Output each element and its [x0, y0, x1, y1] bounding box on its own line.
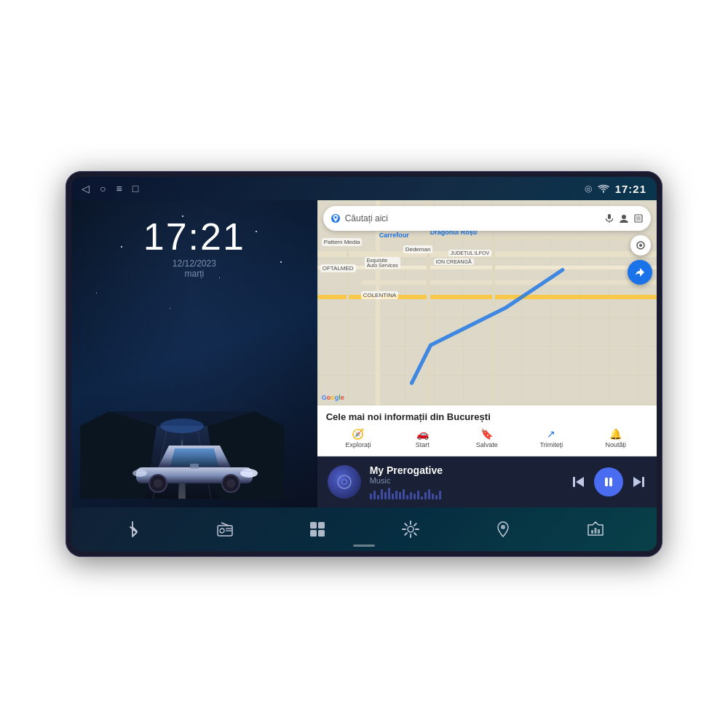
clock-time: 17:21 [80, 218, 309, 256]
music-prev-button[interactable] [571, 474, 587, 490]
layers-icon[interactable] [633, 213, 644, 223]
svg-rect-49 [595, 528, 597, 534]
svg-point-20 [639, 244, 642, 247]
svg-rect-33 [605, 478, 608, 486]
music-player: My Prerogative Music [317, 456, 657, 507]
svg-rect-50 [598, 529, 600, 534]
explorați-icon: 🧭 [352, 428, 364, 440]
map-label-exquisite: ExquisiteAuto Services [365, 257, 400, 269]
map-label-oftalmed: OFTALMED [320, 264, 356, 272]
start-icon: 🚗 [416, 428, 429, 440]
map-label-dedeman: Dedeman [403, 245, 433, 253]
left-panel: 17:21 12/12/2023 marți [71, 200, 317, 507]
clock-date: 12/12/2023 [80, 258, 309, 269]
svg-rect-34 [609, 478, 612, 486]
map-search-bar[interactable]: Căutați aici [323, 206, 651, 231]
device-frame: ◁ ○ ≡ □ ◎ 17:21 [66, 171, 662, 557]
salvate-label: Salvate [476, 441, 498, 448]
nav-item-settings[interactable] [401, 520, 420, 539]
media-icon [586, 520, 605, 539]
device-screen: ◁ ○ ≡ □ ◎ 17:21 [71, 177, 657, 551]
svg-rect-35 [642, 477, 644, 487]
maps-icon [494, 520, 513, 539]
apps-icon [308, 520, 327, 539]
svg-rect-18 [190, 464, 199, 469]
music-next-button[interactable] [630, 474, 646, 490]
nav-screenshot-icon[interactable]: □ [132, 183, 138, 194]
map-info-bar: Cele mai noi informații din București 🧭 … [317, 405, 657, 456]
nav-item-radio[interactable] [215, 520, 234, 539]
music-album-art [328, 465, 361, 499]
status-time: 17:21 [615, 183, 646, 195]
nav-home-icon[interactable]: ○ [100, 183, 106, 194]
nav-item-media[interactable] [586, 520, 605, 539]
map-search-text: Căutați aici [345, 213, 600, 223]
bluetooth-icon [123, 520, 142, 539]
svg-rect-42 [310, 522, 317, 529]
svg-rect-48 [591, 530, 593, 534]
svg-marker-32 [576, 477, 584, 487]
map-location-fab[interactable] [630, 235, 651, 256]
account-icon[interactable] [619, 213, 629, 223]
svg-point-30 [343, 480, 346, 483]
svg-point-38 [220, 529, 224, 533]
nav-item-apps[interactable] [308, 520, 327, 539]
noutati-icon: 🔔 [609, 428, 622, 440]
map-nav-tabs: 🧭 Explorați 🚗 Start 🔖 Salvate ↗ [326, 427, 648, 450]
nav-item-maps[interactable] [494, 520, 513, 539]
svg-point-14 [154, 479, 162, 488]
radio-icon [215, 520, 234, 539]
svg-point-22 [334, 216, 336, 218]
svg-point-11 [240, 469, 258, 478]
settings-icon [401, 520, 420, 539]
map-info-title: Cele mai noi informații din București [326, 411, 648, 422]
svg-rect-31 [573, 477, 575, 487]
map-label-ion-creanga: ION CREANGĂ [434, 258, 474, 265]
bottom-nav [71, 507, 657, 551]
svg-point-47 [501, 525, 505, 529]
svg-rect-27 [636, 216, 641, 221]
music-info: My Prerogative Music [370, 464, 562, 499]
music-title: My Prerogative [370, 464, 562, 476]
map-tab-trimiteti[interactable]: ↗ Trimiteți [519, 427, 583, 450]
map-navigate-fab[interactable] [628, 260, 652, 285]
nav-back-icon[interactable]: ◁ [82, 183, 90, 194]
nav-item-bluetooth[interactable] [123, 520, 142, 539]
clock-day: marți [80, 269, 309, 279]
map-tab-start[interactable]: 🚗 Start [390, 427, 454, 450]
google-logo: Google [322, 394, 344, 401]
right-panel: Pattern Media Carrefour Dragonul Roșu De… [317, 200, 657, 507]
map-label-judetul: JUDEȚUL ILFOV [448, 250, 491, 256]
microphone-icon[interactable] [604, 213, 614, 223]
map-section[interactable]: Pattern Media Carrefour Dragonul Roșu De… [317, 200, 657, 405]
trimiteti-label: Trimiteți [539, 441, 563, 448]
trimiteti-icon: ↗ [547, 428, 555, 440]
salvate-icon: 🔖 [480, 428, 493, 440]
svg-point-25 [622, 215, 626, 219]
nav-menu-icon[interactable]: ≡ [116, 183, 122, 194]
noutati-label: Noutăți [606, 441, 627, 448]
map-tab-explorați[interactable]: 🧭 Explorați [326, 427, 390, 450]
svg-rect-43 [318, 522, 325, 529]
svg-rect-23 [608, 214, 611, 219]
music-play-button[interactable] [594, 467, 623, 496]
svg-rect-45 [318, 530, 325, 537]
wifi-icon [598, 184, 609, 193]
map-tab-noutati[interactable]: 🔔 Noutăți [584, 427, 648, 450]
map-label-colentina: COLENTINA [361, 291, 399, 299]
map-search-action-icons [604, 213, 644, 223]
car-svg [125, 431, 264, 493]
status-bar: ◁ ○ ≡ □ ◎ 17:21 [71, 177, 657, 200]
svg-rect-44 [310, 530, 317, 537]
status-indicators: ◎ 17:21 [585, 183, 646, 195]
svg-point-46 [408, 526, 414, 532]
map-tab-salvate[interactable]: 🔖 Salvate [455, 427, 519, 450]
clock-section: 17:21 12/12/2023 marți [80, 209, 309, 279]
music-controls [571, 467, 646, 496]
svg-point-16 [226, 479, 235, 488]
explorați-label: Explorați [345, 441, 371, 448]
map-label-carrefour: Carrefour [377, 231, 411, 240]
nav-buttons: ◁ ○ ≡ □ [82, 183, 138, 194]
svg-marker-36 [633, 477, 641, 487]
music-waveform [370, 488, 562, 499]
